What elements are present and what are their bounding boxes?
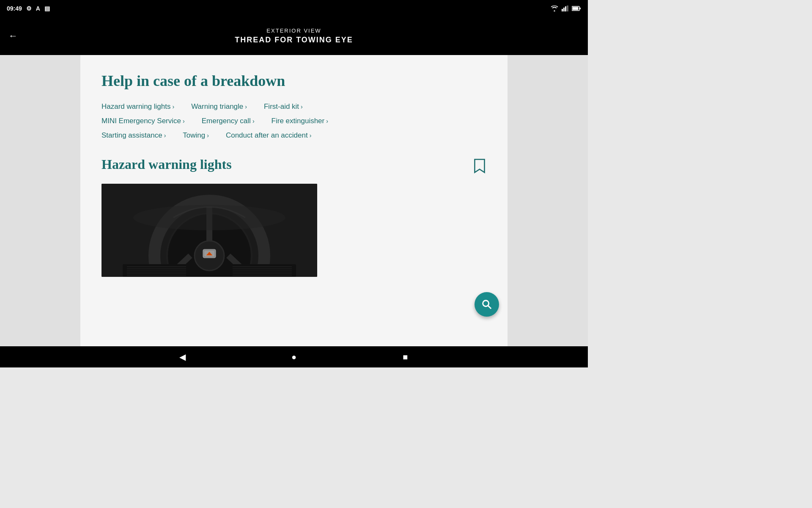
chevron-icon: › (207, 132, 209, 139)
back-button[interactable]: ← (8, 30, 18, 41)
nav-home-button[interactable]: ● (285, 348, 302, 365)
svg-rect-0 (562, 9, 563, 11)
chevron-icon: › (172, 103, 174, 110)
chevron-icon: › (164, 132, 166, 139)
link-warning-triangle[interactable]: Warning triangle › (191, 102, 247, 111)
svg-rect-2 (565, 6, 566, 11)
svg-rect-1 (563, 8, 565, 11)
svg-point-17 (133, 205, 285, 230)
top-nav-bar: ← EXTERIOR VIEW THREAD FOR TOWING EYE (0, 17, 588, 55)
sidebar-left (0, 55, 80, 346)
nav-title: THREAD FOR TOWING EYE (235, 36, 353, 44)
links-grid: Hazard warning lights › Warning triangle… (102, 102, 486, 140)
link-emergency-call[interactable]: Emergency call › (202, 117, 255, 125)
chevron-icon: › (252, 118, 255, 124)
svg-rect-6 (579, 8, 581, 9)
chevron-icon: › (245, 103, 247, 110)
chevron-icon: › (326, 118, 328, 124)
dashboard-svg (102, 184, 317, 277)
svg-rect-5 (573, 7, 579, 10)
link-towing[interactable]: Towing › (183, 131, 209, 140)
links-row-2: MINI Emergency Service › Emergency call … (102, 117, 486, 125)
status-left: 09:49 ⚙ A ▤ (7, 5, 50, 12)
section-title: Hazard warning lights (102, 157, 232, 172)
nav-recent-button[interactable]: ■ (397, 348, 414, 365)
link-first-aid-kit[interactable]: First-aid kit › (264, 102, 303, 111)
time-display: 09:49 (7, 5, 22, 12)
link-mini-emergency-service[interactable]: MINI Emergency Service › (102, 117, 185, 125)
link-fire-extinguisher[interactable]: Fire extinguisher › (272, 117, 328, 125)
link-hazard-warning-lights[interactable]: Hazard warning lights › (102, 102, 174, 111)
wifi-icon (551, 6, 558, 11)
content-area: Help in case of a breakdown Hazard warni… (80, 55, 508, 346)
nav-subtitle: EXTERIOR VIEW (266, 28, 321, 34)
links-row-1: Hazard warning lights › Warning triangle… (102, 102, 486, 111)
accessibility-icon: A (36, 5, 40, 12)
status-right (551, 6, 581, 11)
links-row-3: Starting assistance › Towing › Conduct a… (102, 131, 486, 140)
chevron-icon: › (310, 132, 312, 139)
help-title: Help in case of a breakdown (102, 72, 486, 90)
settings-icon: ⚙ (26, 5, 32, 12)
section-header: Hazard warning lights (102, 157, 486, 174)
signal-icon (562, 6, 568, 11)
sidebar-right (508, 55, 588, 346)
main-area: Help in case of a breakdown Hazard warni… (0, 55, 588, 346)
car-dashboard-image (102, 184, 317, 277)
search-icon (481, 298, 493, 310)
battery-icon (572, 6, 581, 11)
bottom-nav-bar: ◀ ● ■ (0, 346, 588, 367)
chevron-icon: › (301, 103, 303, 110)
nav-back-button[interactable]: ◀ (174, 348, 191, 365)
status-bar: 09:49 ⚙ A ▤ (0, 0, 588, 17)
svg-rect-3 (567, 6, 568, 11)
chevron-icon: › (183, 118, 185, 124)
search-fab[interactable] (475, 292, 499, 317)
svg-line-31 (488, 306, 491, 308)
link-starting-assistance[interactable]: Starting assistance › (102, 131, 166, 140)
battery-saver-icon: ▤ (44, 5, 50, 12)
link-conduct-after-accident[interactable]: Conduct after an accident › (226, 131, 311, 140)
bookmark-icon[interactable] (473, 158, 486, 174)
